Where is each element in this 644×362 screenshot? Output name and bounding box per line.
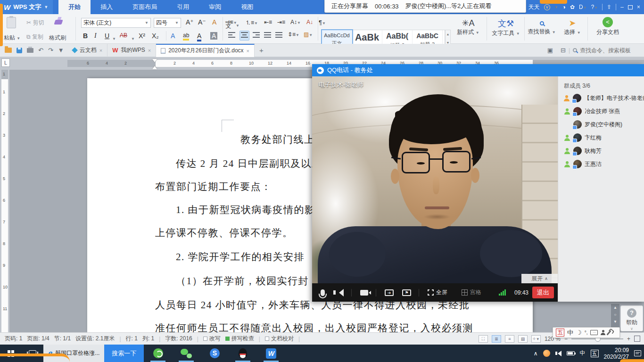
outline-view-icon[interactable]: ≡: [505, 335, 514, 343]
tray-app-icon[interactable]: [543, 350, 550, 357]
help-floating-button[interactable]: ? 帮助 ∨: [620, 305, 643, 331]
tab-selector[interactable]: L: [1, 58, 10, 67]
document-text-line[interactable]: （1）在开学前，校园实行封: [176, 274, 309, 288]
tab-my-wps[interactable]: W 我的WPS×: [107, 44, 156, 57]
paste-icon[interactable]: [7, 17, 16, 28]
close-button[interactable]: ×: [637, 4, 640, 10]
action-center-icon[interactable]: [634, 350, 641, 356]
taskbar-qq-icon[interactable]: [229, 345, 257, 362]
member-row[interactable]: 王惠洁: [558, 157, 644, 171]
soft-keyboard-icon[interactable]: ⋯: [590, 330, 598, 335]
close-icon[interactable]: ×: [148, 48, 151, 53]
document-text-line[interactable]: 准任何师生员工不得随意出入校园，出入校园严格登记，入校必须测: [155, 321, 473, 332]
tab-active-document[interactable]: 2020年2月26日部门会议.docx×: [156, 44, 255, 57]
help-menu-icon[interactable]: ?▼: [591, 4, 598, 10]
volume-icon[interactable]: [555, 351, 561, 356]
find-replace-button[interactable]: 查找替换 ▼: [527, 18, 556, 36]
document-text-line[interactable]: 1. 由于新型冠状病毒疫情的影: [176, 203, 315, 216]
justify-button[interactable]: [264, 32, 271, 39]
increase-indent-button[interactable]: ⇥≡: [277, 19, 285, 25]
fit-page-icon[interactable]: [634, 336, 640, 342]
fullscreen-view-icon[interactable]: ⛶: [479, 335, 488, 343]
close-icon[interactable]: ×: [247, 48, 249, 54]
minimize-button[interactable]: –: [620, 4, 624, 10]
chevron-down-icon[interactable]: ▼: [131, 34, 135, 41]
ime-settings-icon[interactable]: [607, 330, 611, 335]
ime-wubi-indicator[interactable]: 五: [591, 350, 599, 357]
menu-tab-3[interactable]: 页面布局: [123, 0, 167, 14]
char-shading-button[interactable]: A: [210, 32, 217, 40]
paste-button[interactable]: 粘贴 ▼: [4, 34, 20, 42]
taskbar-search-button[interactable]: 搜索一下: [104, 345, 144, 362]
select-button[interactable]: ➤ 选择 ▼: [560, 18, 585, 36]
strikethrough-button[interactable]: AB: [120, 32, 127, 39]
close-icon[interactable]: ×: [99, 48, 102, 53]
member-row[interactable]: 耿梅芳: [558, 144, 644, 157]
member-row[interactable]: 冶金技师 张燕: [558, 105, 644, 118]
grid-view-button[interactable]: 宫格: [462, 288, 481, 296]
battery-icon[interactable]: [567, 351, 575, 355]
bullet-list-button[interactable]: ⁝≡▼: [228, 19, 237, 25]
speaker-button[interactable]: [333, 289, 344, 296]
bold-button[interactable]: B: [83, 32, 88, 40]
share-doc-button[interactable]: < 分享文档: [592, 17, 623, 36]
menu-tab-1[interactable]: 开始: [58, 0, 91, 14]
save-icon[interactable]: [17, 48, 22, 53]
layout-switch-icon[interactable]: ⊟: [561, 47, 566, 54]
cut-button[interactable]: ✂ 剪切: [26, 19, 44, 27]
play-demo-icon[interactable]: ▣: [547, 47, 553, 54]
ime-language-indicator[interactable]: 中: [580, 349, 586, 357]
zoom-in-button[interactable]: +: [627, 336, 630, 342]
distribute-button[interactable]: [275, 32, 282, 39]
menu-tab-2[interactable]: 插入: [91, 0, 123, 14]
punctuation-icon[interactable]: °,: [585, 330, 588, 335]
document-text-line[interactable]: 布置部门近期工作要点：: [155, 180, 272, 193]
shading-button[interactable]: ▨▼: [304, 31, 313, 38]
line-spacing-button[interactable]: ⇕≡▼: [288, 31, 299, 38]
numbered-list-button[interactable]: ⒈≡▼: [245, 19, 258, 27]
member-badge-icon[interactable]: v: [544, 4, 550, 10]
web-view-icon[interactable]: ▤: [518, 335, 528, 343]
document-text-line[interactable]: 传达 2 月 24 日中层副职及以上: [176, 157, 322, 170]
camera-button[interactable]: [360, 290, 368, 296]
clear-format-button[interactable]: A: [212, 18, 216, 26]
member-row[interactable]: 罗俊(空中楼阁): [558, 118, 644, 131]
subscript-button[interactable]: X₂: [152, 32, 159, 40]
proofread-toggle[interactable]: 文档校对: [265, 335, 294, 343]
document-text-line[interactable]: 上停课不停教、停课不停学。: [155, 226, 293, 239]
qq-call-title-bar[interactable]: QQ电话 - 教务处: [312, 64, 644, 76]
sort-button[interactable]: A↓: [306, 19, 313, 25]
chevron-down-icon[interactable]: ▼: [554, 5, 558, 9]
font-color-button[interactable]: A: [197, 32, 201, 41]
text-tools-button[interactable]: 文⚒ 文字工具 ▼: [491, 18, 520, 37]
taskbar-wechat-icon[interactable]: [172, 345, 200, 362]
page-view-icon[interactable]: ≣: [492, 335, 501, 343]
quickbar-more-icon[interactable]: ▼: [58, 47, 64, 54]
taskbar-sogou-icon[interactable]: S: [200, 345, 229, 362]
align-right-button[interactable]: [253, 32, 260, 39]
taskbar-wps-icon[interactable]: W: [257, 345, 285, 362]
ime-profile-icon[interactable]: [601, 333, 605, 335]
copy-button[interactable]: ⧉ 复制: [26, 33, 43, 41]
print-icon[interactable]: [27, 48, 33, 53]
highlight-button[interactable]: ab: [183, 32, 189, 41]
text-effects-button[interactable]: A: [171, 32, 175, 40]
italic-button[interactable]: I: [94, 32, 97, 40]
redo-icon[interactable]: ↷: [48, 47, 53, 54]
member-row[interactable]: 【老师】电子技术-骆老师: [558, 91, 644, 105]
ime-wubi-badge[interactable]: 五: [556, 329, 564, 337]
hanging-indent-marker[interactable]: [152, 64, 157, 69]
show-marks-button[interactable]: ¶▼: [319, 19, 326, 26]
d-menu-icon[interactable]: D▼: [579, 4, 587, 10]
superscript-button[interactable]: X²: [139, 32, 145, 40]
expand-panel-button[interactable]: 展开∧: [521, 274, 558, 283]
exit-call-button[interactable]: 退出: [532, 287, 554, 298]
member-row[interactable]: 卞红梅: [558, 131, 644, 144]
underline-button[interactable]: U: [105, 32, 109, 40]
font-size-combo[interactable]: 四号▼: [154, 18, 181, 28]
screen-share-indicator[interactable]: 正在分享屏幕 00:06:33 罗俊(空中楼阁)...等2人正在观看: [324, 0, 526, 13]
menu-tab-5[interactable]: 审阅: [199, 0, 231, 14]
word-count[interactable]: 字数: 2016: [165, 335, 192, 343]
tray-expand-icon[interactable]: ∧: [534, 350, 538, 357]
spellcheck-toggle[interactable]: 拼写检查: [225, 335, 254, 343]
